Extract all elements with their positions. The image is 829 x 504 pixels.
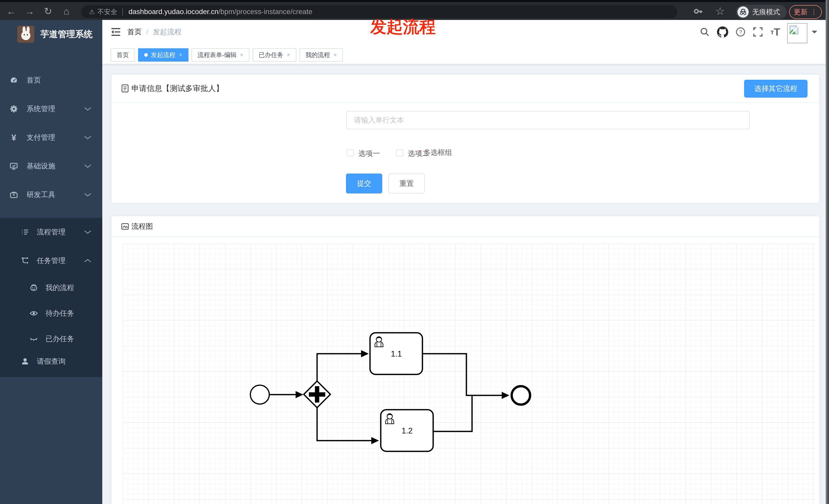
fullscreen-icon[interactable] (751, 20, 765, 44)
checkbox-label-option-1[interactable]: 选项一 (359, 149, 380, 158)
sidebar-item-payment[interactable]: ¥ 支付管理 (0, 123, 102, 152)
close-icon[interactable]: × (240, 52, 244, 58)
yen-icon: ¥ (10, 133, 18, 142)
breadcrumb-home[interactable]: 首页 (127, 27, 142, 37)
tab-home[interactable]: 首页 (110, 48, 135, 62)
sidebar: 芋道管理系统 首页 系统管理 ¥ 支付管理 基础设施 研发工具 工作流程 流程管… (0, 20, 102, 504)
card-title: 流程图 (132, 222, 153, 231)
sidebar-item-label: 系统管理 (27, 104, 55, 114)
browser-forward-button[interactable]: → (23, 4, 37, 18)
bpmn-canvas[interactable]: 1.1 1.2 (123, 243, 815, 504)
active-tab-dot (144, 53, 148, 57)
sidebar-item-label: 待办任务 (45, 308, 74, 318)
sidebar-item-label: 任务管理 (37, 256, 66, 266)
close-icon[interactable]: × (179, 52, 182, 58)
key-icon[interactable] (691, 4, 705, 18)
close-icon[interactable]: × (334, 52, 337, 58)
single-line-text-input[interactable] (346, 111, 750, 129)
task-label: 1.2 (401, 426, 412, 435)
browser-reload-button[interactable]: ↻ (41, 4, 55, 18)
end-event (512, 386, 530, 404)
sidebar-item-label: 支付管理 (27, 133, 55, 142)
main-content: 申请信息【测试多审批人】 选择其它流程 *单行文本 *多选框组 选项一 选项二 … (102, 65, 829, 504)
eye-closed-icon (30, 335, 38, 343)
sidebar-item-done-tasks[interactable]: 已办任务 (0, 326, 102, 352)
warning-icon: ⚠ (89, 8, 95, 15)
incognito-label: 无痕模式 (752, 7, 780, 16)
url-divider (122, 8, 123, 15)
tags-view-bar: 首页 发起流程 × 流程表单-编辑 × 已办任务 × 我的流程 × (102, 44, 829, 65)
help-icon[interactable]: ? (733, 20, 748, 44)
sidebar-item-my-process[interactable]: 我的流程 (0, 275, 102, 301)
tab-label: 我的流程 (305, 51, 330, 59)
list-tree-icon (21, 228, 29, 236)
breadcrumb: 首页 / 发起流程 (127, 20, 182, 44)
breadcrumb-current: 发起流程 (153, 27, 182, 37)
apply-info-card: 申请信息【测试多审批人】 选择其它流程 *单行文本 *多选框组 选项一 选项二 … (111, 74, 820, 203)
browser-update-button[interactable]: 更新 ⋮ (789, 5, 822, 19)
tab-process-form-edit[interactable]: 流程表单-编辑 × (191, 48, 250, 62)
flow-branch-icon (21, 257, 29, 265)
browser-back-button[interactable]: ← (4, 4, 19, 18)
annotation-overlay-text: 发起流程 (370, 16, 436, 38)
search-icon[interactable] (697, 20, 712, 44)
breadcrumb-separator: / (146, 28, 148, 36)
monitor-icon (10, 162, 18, 170)
sidebar-item-leave-query[interactable]: 请假查询 (0, 349, 102, 374)
sidebar-item-label: 首页 (27, 75, 41, 85)
page-scrollbar[interactable] (826, 0, 829, 504)
checkbox-label-option-2[interactable]: 选项二 (408, 149, 429, 158)
sidebar-item-system[interactable]: 系统管理 (0, 94, 102, 123)
sidebar-item-label: 流程管理 (37, 227, 66, 237)
security-label[interactable]: 不安全 (97, 7, 117, 16)
dashboard-icon (10, 76, 18, 84)
avatar-dropdown-caret[interactable] (811, 20, 818, 44)
sidebar-item-todo-tasks[interactable]: 待办任务 (0, 301, 102, 326)
parallel-gateway (304, 381, 330, 408)
tab-label: 发起流程 (151, 51, 175, 59)
chevron-up-icon (84, 259, 92, 263)
chevron-down-icon (84, 135, 92, 140)
logo-avatar (17, 26, 34, 43)
font-size-icon[interactable]: тT (768, 20, 783, 44)
eye-icon (30, 309, 38, 317)
sidebar-item-dev-tools[interactable]: 研发工具 (0, 181, 102, 209)
app-title: 芋道管理系统 (40, 28, 93, 40)
bookmark-star-icon[interactable]: ☆ (713, 4, 727, 18)
submit-button[interactable]: 提交 (346, 173, 382, 193)
browser-menu-icon[interactable]: ⋮ (810, 10, 817, 14)
card-title: 申请信息【测试多审批人】 (132, 83, 223, 94)
tab-my-process[interactable]: 我的流程 × (299, 48, 343, 62)
sidebar-item-label: 基础设施 (27, 161, 55, 171)
home-icon: ⌂ (64, 6, 70, 16)
gear-icon (10, 105, 18, 113)
person-icon (21, 357, 29, 365)
github-icon[interactable] (716, 20, 730, 44)
document-icon (121, 84, 129, 92)
sidebar-item-process-management[interactable]: 流程管理 (0, 218, 102, 246)
sidebar-item-infrastructure[interactable]: 基础设施 (0, 152, 102, 181)
sidebar-item-task-management[interactable]: 任务管理 (0, 246, 102, 275)
url-host: dashboard.yudao.iocoder.cn (129, 8, 218, 16)
process-diagram-card: 流程图 (111, 216, 820, 504)
choose-other-process-button[interactable]: 选择其它流程 (744, 80, 807, 98)
incognito-badge: 无痕模式 (736, 5, 787, 19)
tab-start-process[interactable]: 发起流程 × (138, 48, 188, 62)
checkbox-option-1[interactable] (347, 149, 354, 156)
tab-done-tasks[interactable]: 已办任务 × (253, 48, 296, 62)
avatar[interactable] (787, 23, 807, 43)
close-icon[interactable]: × (287, 52, 290, 58)
checkbox-option-2[interactable] (396, 149, 403, 156)
browser-home-button[interactable]: ⌂ (59, 4, 74, 18)
tab-label: 首页 (117, 51, 129, 59)
user-task-2: 1.2 (381, 410, 433, 451)
chevron-down-icon (84, 164, 92, 168)
sidebar-item-label: 已办任务 (45, 334, 74, 344)
sidebar-item-home[interactable]: 首页 (0, 66, 102, 94)
reset-button[interactable]: 重置 (388, 173, 425, 193)
picture-icon (121, 223, 129, 230)
collapse-sidebar-button[interactable] (110, 27, 121, 37)
card-header: 流程图 (111, 216, 819, 237)
back-icon: ← (6, 6, 16, 16)
app-logo-row[interactable]: 芋道管理系统 (0, 20, 102, 48)
